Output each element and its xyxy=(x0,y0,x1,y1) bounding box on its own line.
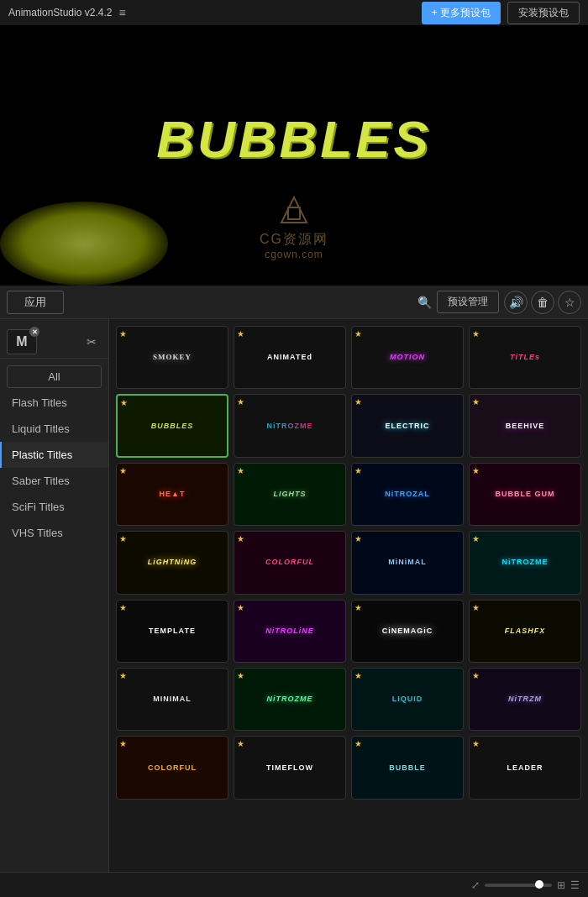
star-icon-25[interactable]: ★ xyxy=(119,739,127,748)
more-presets-button[interactable]: + 更多预设包 xyxy=(422,2,501,24)
grid-item-26[interactable]: ★TIMEFLOW xyxy=(234,736,346,799)
menu-icon[interactable]: ≡ xyxy=(118,6,125,19)
search-area: 🔍 xyxy=(69,296,432,309)
grid-area: ★SMOKEY★ANIMATEd★MOTION★TiTLEs★BUBBLES★N… xyxy=(109,319,588,872)
grid-item-1[interactable]: ★SMOKEY xyxy=(116,326,228,389)
grid-item-17[interactable]: ★TEMPLATE xyxy=(116,600,228,663)
grid-item-3[interactable]: ★MOTION xyxy=(351,326,464,389)
item-label-10: LIGHTS xyxy=(272,488,308,501)
star-icon-5[interactable]: ★ xyxy=(120,398,128,407)
sidebar-tab-m[interactable]: M ✕ xyxy=(7,329,37,354)
grid-item-14[interactable]: ★COLORFUL xyxy=(234,531,346,594)
star-icon-23[interactable]: ★ xyxy=(354,671,362,680)
star-icon-21[interactable]: ★ xyxy=(119,671,127,680)
top-bar: AnimationStudio v2.4.2 ≡ + 更多预设包 安装预设包 xyxy=(0,0,588,25)
grid-item-18[interactable]: ★NiTROLiNE xyxy=(234,600,346,663)
grid-item-20[interactable]: ★FLASHFX xyxy=(469,600,581,663)
apply-button[interactable]: 应用 xyxy=(7,291,64,314)
grid-item-19[interactable]: ★CiNEMAGiC xyxy=(351,600,464,663)
search-icon[interactable]: 🔍 xyxy=(417,296,432,309)
star-icon-20[interactable]: ★ xyxy=(472,603,480,612)
star-icon-7[interactable]: ★ xyxy=(354,397,362,407)
item-label-2: ANIMATEd xyxy=(265,351,314,364)
sidebar-item-vhs[interactable]: VHS Titles xyxy=(0,520,108,546)
sidebar-item-saber[interactable]: Saber Titles xyxy=(0,468,108,494)
star-icon-6[interactable]: ★ xyxy=(237,397,244,407)
grid-item-9[interactable]: ★HE▲T xyxy=(116,463,228,526)
star-icon-28[interactable]: ★ xyxy=(472,739,480,748)
star-icon-12[interactable]: ★ xyxy=(472,466,480,475)
star-icon-13[interactable]: ★ xyxy=(119,534,127,543)
star-icon-17[interactable]: ★ xyxy=(119,603,127,612)
item-label-5: BUBBLES xyxy=(150,420,196,433)
volume-icon-button[interactable]: 🔊 xyxy=(504,291,528,314)
star-icon-1[interactable]: ★ xyxy=(119,329,127,338)
grid-item-23[interactable]: ★LIQUID xyxy=(351,668,464,731)
zoom-slider-thumb[interactable] xyxy=(535,880,543,889)
expand-icon[interactable]: ⤢ xyxy=(471,879,480,891)
sidebar-saber-label: Saber Titles xyxy=(12,475,70,487)
star-icon-8[interactable]: ★ xyxy=(472,397,480,407)
sidebar-item-liquid[interactable]: Liquid Titles xyxy=(0,416,108,442)
sidebar-item-all[interactable]: All xyxy=(7,365,102,388)
star-icon-button[interactable]: ☆ xyxy=(558,291,581,314)
grid-item-22[interactable]: ★NiTROZME xyxy=(234,668,346,731)
grid-item-8[interactable]: ★BEEHIVE xyxy=(469,394,581,457)
star-icon-16[interactable]: ★ xyxy=(472,534,480,543)
grid-item-11[interactable]: ★NiTROZAL xyxy=(351,463,464,526)
star-icon-2[interactable]: ★ xyxy=(237,329,244,338)
star-icon-22[interactable]: ★ xyxy=(237,671,244,680)
toolbar: 应用 🔍 预设管理 🔊 🗑 ☆ xyxy=(0,286,588,319)
install-presets-button[interactable]: 安装预设包 xyxy=(507,2,580,24)
star-icon-27[interactable]: ★ xyxy=(354,739,362,748)
settings-icon[interactable]: ✂ xyxy=(87,335,97,349)
star-icon-18[interactable]: ★ xyxy=(237,603,244,612)
grid-item-5[interactable]: ★BUBBLES xyxy=(116,394,228,457)
grid-item-21[interactable]: ★MINIMAL xyxy=(116,668,228,731)
grid-item-24[interactable]: ★NiTRZM xyxy=(469,668,581,731)
app-title-area: AnimationStudio v2.4.2 ≡ xyxy=(8,6,126,19)
star-icon-14[interactable]: ★ xyxy=(237,534,244,543)
item-label-17: TEMPLATE xyxy=(147,625,197,637)
item-label-24: NiTRZM xyxy=(507,693,543,706)
sidebar-tab-bar: M ✕ ✂ xyxy=(0,326,108,359)
star-icon-24[interactable]: ★ xyxy=(472,671,480,680)
sidebar-plastic-label: Plastic Titles xyxy=(12,448,72,461)
grid-item-27[interactable]: ★BUBBLE xyxy=(351,736,464,799)
grid-item-12[interactable]: ★BUBBLE GUM xyxy=(469,463,581,526)
grid-item-2[interactable]: ★ANIMATEd xyxy=(234,326,346,389)
sidebar-item-scifi[interactable]: SciFi Titles xyxy=(0,494,108,520)
grid-item-10[interactable]: ★LIGHTS xyxy=(234,463,346,526)
item-grid: ★SMOKEY★ANIMATEd★MOTION★TiTLEs★BUBBLES★N… xyxy=(116,326,581,800)
item-label-7: ELECTRIC xyxy=(384,420,432,433)
grid-item-4[interactable]: ★TiTLEs xyxy=(469,326,581,389)
item-label-19: CiNEMAGiC xyxy=(381,625,435,637)
sidebar-item-flash[interactable]: Flash Titles xyxy=(0,390,108,416)
sidebar-item-plastic[interactable]: Plastic Titles xyxy=(0,442,108,468)
grid-item-25[interactable]: ★COLORFUL xyxy=(116,736,228,799)
tab-close-icon[interactable]: ✕ xyxy=(29,327,39,337)
zoom-slider[interactable] xyxy=(485,884,552,887)
grid-item-7[interactable]: ★ELECTRIC xyxy=(351,394,464,457)
grid-item-13[interactable]: ★LiGHTNiNG xyxy=(116,531,228,594)
star-icon-9[interactable]: ★ xyxy=(119,466,127,475)
star-icon-15[interactable]: ★ xyxy=(354,534,362,543)
watermark-line1: CG资源网 xyxy=(260,231,328,249)
star-icon-10[interactable]: ★ xyxy=(237,466,244,475)
grid-item-6[interactable]: ★NiTROZME xyxy=(234,394,346,457)
grid-item-15[interactable]: ★MiNiMAL xyxy=(351,531,464,594)
delete-icon-button[interactable]: 🗑 xyxy=(531,291,554,314)
star-icon-11[interactable]: ★ xyxy=(354,466,362,475)
preset-mgmt-button[interactable]: 预设管理 xyxy=(437,291,499,313)
grid-item-28[interactable]: ★LEADER xyxy=(469,736,581,799)
sidebar-scifi-label: SciFi Titles xyxy=(12,501,65,513)
star-icon-26[interactable]: ★ xyxy=(237,739,244,748)
star-icon-19[interactable]: ★ xyxy=(354,603,362,612)
star-icon-3[interactable]: ★ xyxy=(354,329,362,338)
item-label-8: BEEHIVE xyxy=(504,420,547,433)
view-grid-button[interactable]: ⊞ xyxy=(557,879,565,891)
view-list-button[interactable]: ☰ xyxy=(570,879,580,891)
item-label-25: COLORFUL xyxy=(146,762,198,774)
star-icon-4[interactable]: ★ xyxy=(472,329,480,338)
grid-item-16[interactable]: ★NiTROZME xyxy=(469,531,581,594)
